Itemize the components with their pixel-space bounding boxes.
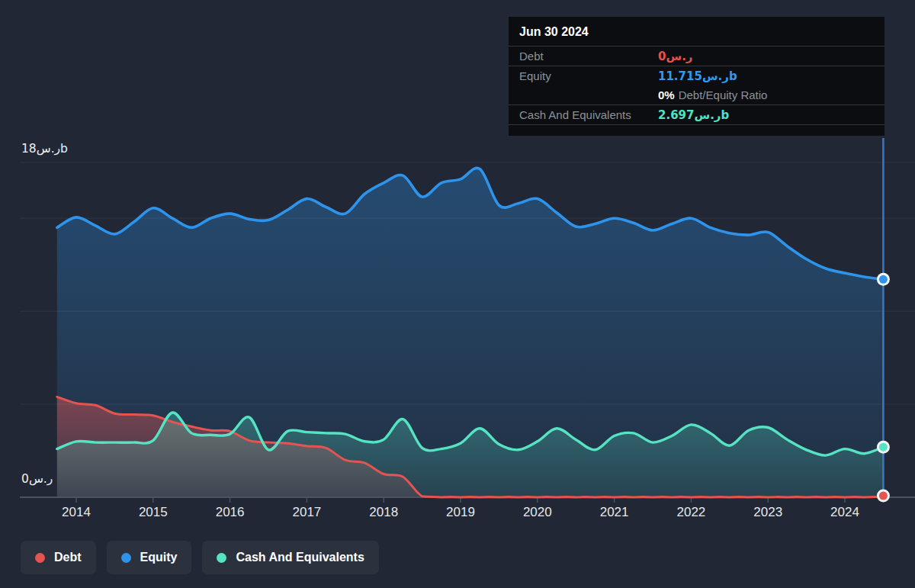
legend: Debt Equity Cash And Equivalents [21,541,379,574]
hover-tooltip: Jun 30 2024 Debt 0ر.س Equity 11.715ر.سb … [509,17,884,136]
y-axis-max-label: 18ر.سb [21,142,68,156]
legend-chip-debt[interactable]: Debt [21,541,96,574]
tooltip-ratio-label: Debt/Equity Ratio [679,88,768,101]
legend-chip-equity[interactable]: Equity [107,541,192,574]
x-axis-label-2014: 2014 [62,505,91,519]
legend-debt-label: Debt [54,551,82,564]
x-axis-label-2020: 2020 [523,505,552,519]
y-axis-zero-label: 0ر.س [21,472,53,486]
x-axis-label-2024: 2024 [830,505,859,519]
x-axis-label-2017: 2017 [292,505,321,519]
x-axis-label-2016: 2016 [216,505,245,519]
x-axis-label-2023: 2023 [753,505,782,519]
x-axis-label-2019: 2019 [446,505,475,519]
tooltip-debt-label: Debt [519,50,658,63]
tooltip-row-ratio: 0%Debt/Equity Ratio [509,85,884,105]
debt-dot-icon [35,553,45,563]
tooltip-ratio-value: 0% [658,88,675,101]
tooltip-ratio: 0%Debt/Equity Ratio [658,88,878,102]
x-axis-label-2021: 2021 [600,505,629,519]
legend-equity-label: Equity [140,551,178,564]
tooltip-equity-value: 11.715ر.سb [658,69,878,83]
cash-dot-icon [217,553,226,563]
tooltip-cash-value: 2.697ر.سb [658,108,878,122]
cash-and-equivalents-marker-dot [879,443,888,451]
legend-cash-label: Cash And Equivalents [236,551,364,564]
legend-chip-cash[interactable]: Cash And Equivalents [202,541,378,574]
tooltip-row-equity: Equity 11.715ر.سb [509,66,884,85]
balance-sheet-history-chart: 2014201520162017201820192020202120222023… [0,0,915,588]
tooltip-date: Jun 30 2024 [509,17,884,47]
tooltip-row-cash: Cash And Equivalents 2.697ر.سb [509,105,884,125]
x-axis-label-2015: 2015 [139,505,168,519]
tooltip-debt-value: 0ر.س [658,50,878,63]
equity-marker-dot [879,275,888,284]
debt-marker-dot [879,492,888,500]
equity-dot-icon [121,553,131,563]
tooltip-cash-label: Cash And Equivalents [519,108,658,121]
tooltip-row-debt: Debt 0ر.س [509,47,884,66]
x-axis-label-2022: 2022 [676,505,705,519]
tooltip-equity-label: Equity [519,69,658,82]
x-axis-label-2018: 2018 [369,505,398,519]
